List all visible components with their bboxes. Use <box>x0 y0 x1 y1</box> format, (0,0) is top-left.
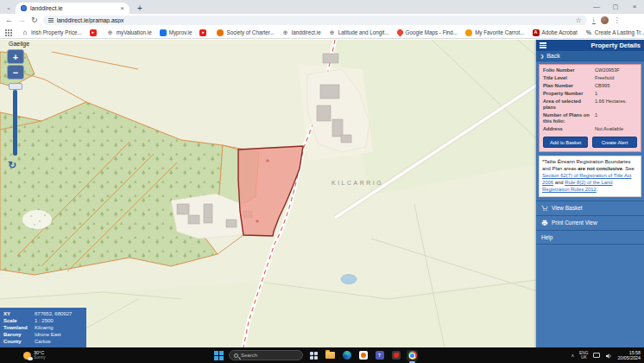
add-to-basket-button[interactable]: Add to Basket <box>543 137 588 148</box>
address-bar[interactable]: landdirect.ie/pramap.aspx ☆ <box>43 16 587 25</box>
language-indicator[interactable]: ENGUK <box>579 351 588 360</box>
start-button[interactable] <box>214 351 224 360</box>
browser-menu-icon[interactable]: ⋮ <box>614 16 621 24</box>
sun-icon <box>23 352 31 360</box>
globe-icon: ⊕ <box>329 29 336 36</box>
zoom-slider-track[interactable] <box>13 90 17 156</box>
bookmark-item[interactable]: ⌂Irish Property Price... <box>22 29 82 36</box>
panel-title: Property Details <box>590 41 641 49</box>
browser-toolbar: ← → ↻ landdirect.ie/pramap.aspx ☆ ↓ ⋮ <box>0 14 644 27</box>
print-current-view-item[interactable]: Print Current View <box>536 215 644 230</box>
reload-icon[interactable]: ↻ <box>31 16 38 24</box>
teams-button[interactable]: T <box>374 350 385 361</box>
tab-close-icon[interactable]: × <box>120 4 124 12</box>
tab-title: landdirect.ie <box>30 5 117 11</box>
bookmark-star-icon[interactable]: ☆ <box>575 16 581 24</box>
taskbar: 30°C Sunny Search T ∧ ENGUK <box>0 347 644 363</box>
zoom-in-button[interactable]: + <box>7 49 24 64</box>
window-controls: — ▢ × <box>587 0 644 14</box>
bookmark-item[interactable]: %Create A Lasting Tr... <box>585 29 644 36</box>
location-info-box: XY677652, 680927 Scale1 : 2500 TownlandK… <box>0 308 86 347</box>
hidden-icons-chevron[interactable]: ∧ <box>571 353 574 358</box>
touch-keyboard-icon[interactable] <box>593 353 600 358</box>
panel-menu-icon[interactable] <box>540 42 546 48</box>
maximize-icon[interactable]: ▢ <box>606 0 625 14</box>
site-settings-icon[interactable] <box>48 18 54 22</box>
view-basket-item[interactable]: View Basket <box>536 201 644 215</box>
youtube-icon: ▸ <box>90 29 97 36</box>
house-icon: ⌂ <box>22 29 28 36</box>
minimize-icon[interactable]: — <box>587 0 606 14</box>
tab-search-icon[interactable]: ⌄ <box>3 3 14 12</box>
bookmark-item[interactable]: Myprov.ie <box>160 29 193 36</box>
folio-number-value: CW20953F <box>595 67 637 73</box>
bookmark-item[interactable]: Google Maps - Find... <box>397 29 458 35</box>
globe-icon: ⊕ <box>282 29 289 36</box>
bookmark-item[interactable]: ⊕landdirect.ie <box>282 29 321 36</box>
zoom-out-button[interactable]: − <box>7 65 24 80</box>
browser-tabstrip: ⌄ landdirect.ie × + — ▢ × <box>0 0 644 14</box>
new-tab-button[interactable]: + <box>135 3 145 13</box>
scrub-patch <box>22 210 52 229</box>
disclaimer-text: *Tailte Éireann Registration Boundaries … <box>539 156 641 197</box>
file-explorer-button[interactable] <box>325 350 336 361</box>
apps-grid-icon[interactable] <box>5 29 12 36</box>
chrome-button[interactable] <box>407 350 418 361</box>
property-details-panel: Property Details ❯ Back Folio NumberCW20… <box>536 40 644 347</box>
orange-badge-icon <box>217 29 224 36</box>
acrobat-icon: A <box>533 29 540 36</box>
close-icon[interactable]: × <box>625 0 644 14</box>
refresh-icon[interactable]: ↻ <box>8 159 16 171</box>
folio-details-box: Folio NumberCW20953F Title LevelFreehold… <box>539 64 641 152</box>
task-view-button[interactable] <box>308 350 319 361</box>
percent-icon: % <box>585 29 592 36</box>
youtube-icon: ▸ <box>199 29 206 36</box>
bookmark-item[interactable]: ⊕myValuation.ie <box>107 29 152 36</box>
printer-icon <box>541 220 548 226</box>
system-tray: ∧ ENGUK 15:5820/05/2024 <box>571 347 641 363</box>
desktop: ⌄ landdirect.ie × + — ▢ × ← → ↻ landdire… <box>0 0 644 363</box>
forward-icon[interactable]: → <box>18 16 26 24</box>
bookmark-item[interactable]: Society of Charter... <box>217 29 274 36</box>
bookmark-item[interactable]: ▸ <box>199 29 209 36</box>
speaker-icon[interactable] <box>605 347 612 363</box>
bookmarks-bar: ⌂Irish Property Price... ▸ ⊕myValuation.… <box>0 27 644 39</box>
bookmark-item[interactable]: ▸ <box>90 29 99 36</box>
weather-widget[interactable]: 30°C Sunny <box>23 351 46 360</box>
create-alert-button[interactable]: Create Alert <box>592 137 637 148</box>
map-area: KILCARRIG Gaeilge + − ↻ XY677652, 680927… <box>0 40 644 347</box>
help-item[interactable]: Help <box>536 230 644 245</box>
url-text[interactable]: landdirect.ie/pramap.aspx <box>57 17 572 23</box>
downloads-icon[interactable]: ↓ <box>592 16 596 24</box>
language-link[interactable]: Gaeilge <box>9 41 29 47</box>
chevron-right-icon: ❯ <box>540 54 544 59</box>
bookmark-item[interactable]: ⊕Latitude and Longit... <box>329 29 389 36</box>
taskbar-clock[interactable]: 15:5820/05/2024 <box>617 350 641 360</box>
search-icon <box>234 353 238 358</box>
maps-pin-icon <box>395 29 404 37</box>
townland-label: KILCARRIG <box>331 180 383 186</box>
profile-avatar[interactable] <box>601 16 609 24</box>
zoom-slider-handle[interactable] <box>9 83 22 90</box>
acrobat-button[interactable] <box>390 350 401 361</box>
tab-favicon <box>21 5 27 11</box>
blue-app-icon <box>160 29 167 36</box>
back-button[interactable]: ❯ Back <box>536 51 644 61</box>
bookmark-item[interactable]: AAdobe Acrobat <box>533 29 578 36</box>
office-app-button[interactable] <box>357 350 369 361</box>
back-icon[interactable]: ← <box>5 16 13 24</box>
pond <box>341 275 357 284</box>
browser-tab[interactable]: landdirect.ie × <box>16 3 129 14</box>
edge-button[interactable] <box>341 350 352 361</box>
taskbar-search[interactable]: Search <box>229 350 303 360</box>
orange-badge-icon <box>465 29 472 36</box>
bookmark-item[interactable]: My Favorite Carrot... <box>465 29 524 36</box>
globe-icon: ⊕ <box>107 29 114 36</box>
basket-icon <box>541 205 548 212</box>
weather-condition: Sunny <box>34 355 46 360</box>
